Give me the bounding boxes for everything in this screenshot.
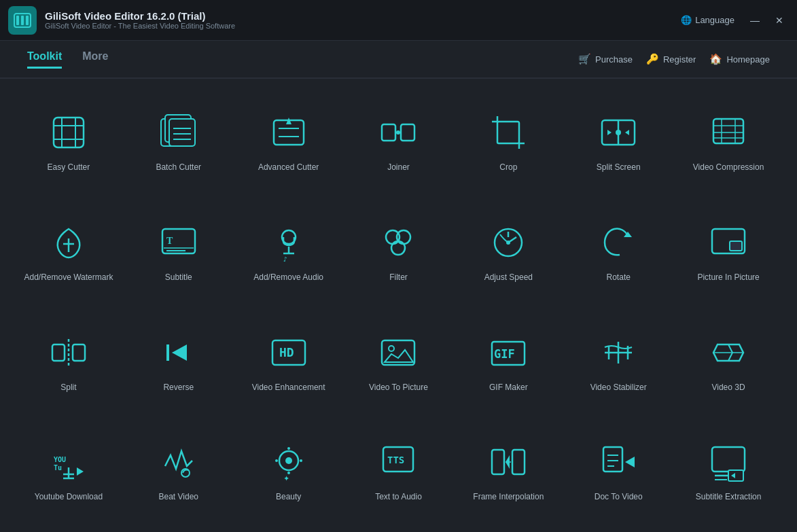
svg-rect-57	[730, 241, 742, 251]
adjust-speed-label: Adjust Speed	[484, 272, 533, 283]
video-stabilizer-label: Video Stabilizer	[590, 383, 647, 393]
advanced-cutter-label: Advanced Cutter	[258, 162, 319, 173]
tool-item-doc-to-video[interactable]: Doc To Video	[563, 415, 673, 525]
nav-tabs: Toolkit More	[27, 50, 108, 69]
tool-item-gif-maker[interactable]: GIF GIF Maker	[453, 306, 563, 416]
joiner-label: Joiner	[387, 162, 410, 173]
svg-point-83	[275, 459, 278, 462]
svg-point-30	[616, 130, 621, 135]
svg-rect-97	[712, 447, 745, 472]
doc-to-video-label: Doc To Video	[595, 492, 643, 503]
tool-item-split-screen[interactable]: Split Screen	[563, 86, 673, 196]
language-label: Language	[695, 15, 734, 25]
tool-item-adjust-speed[interactable]: Adjust Speed	[453, 196, 563, 306]
cart-icon: 🛒	[578, 53, 591, 65]
navbar: Toolkit More 🛒 Purchase 🔑 Register 🏠 Hom…	[0, 41, 797, 79]
svg-rect-3	[26, 16, 29, 25]
tool-item-beauty[interactable]: ✦ Beauty	[234, 415, 344, 525]
homepage-label: Homepage	[726, 54, 770, 65]
beauty-icon: ✦	[267, 440, 311, 484]
tool-item-crop[interactable]: Crop	[453, 86, 563, 196]
tab-toolkit[interactable]: Toolkit	[27, 50, 62, 69]
homepage-action[interactable]: 🏠 Homepage	[709, 53, 770, 65]
video-enhancement-label: Video Enhancement	[252, 383, 325, 393]
svg-rect-100	[728, 470, 743, 481]
tool-item-filter[interactable]: Filter	[344, 196, 454, 306]
advanced-cutter-icon	[267, 111, 311, 154]
tool-item-joiner[interactable]: Joiner	[344, 86, 454, 196]
rotate-label: Rotate	[607, 272, 631, 283]
reverse-label: Reverse	[163, 383, 194, 393]
add-remove-audio-icon: ♪	[267, 221, 311, 264]
text-to-audio-icon: TTS	[376, 440, 420, 484]
svg-text:♪: ♪	[283, 255, 287, 263]
svg-rect-4	[54, 118, 84, 147]
picture-in-picture-label: Picture In Picture	[697, 272, 759, 283]
svg-marker-32	[625, 130, 629, 135]
svg-rect-92	[603, 447, 622, 472]
tool-item-subtitle[interactable]: T Subtitle	[124, 196, 234, 306]
language-button[interactable]: 🌐 Language	[675, 12, 740, 28]
youtube-download-label: Youtube Download	[35, 492, 103, 503]
adjust-speed-icon	[486, 221, 530, 264]
svg-rect-1	[16, 16, 19, 25]
tool-item-reverse[interactable]: Reverse	[124, 306, 234, 416]
easy-cutter-icon	[47, 111, 90, 154]
tool-item-easy-cutter[interactable]: Easy Cutter	[14, 86, 124, 196]
svg-rect-23	[497, 122, 519, 143]
beat-video-label: Beat Video	[159, 492, 199, 503]
svg-text:YOU: YOU	[54, 456, 66, 463]
purchase-action[interactable]: 🛒 Purchase	[578, 53, 633, 65]
tool-item-text-to-audio[interactable]: TTS Text to Audio	[344, 415, 454, 525]
tab-more[interactable]: More	[82, 50, 108, 69]
split-icon	[47, 331, 90, 374]
titlebar-left: GiliSoft Video Editor 16.2.0 (Trial) Gil…	[8, 6, 235, 35]
svg-text:GIF: GIF	[494, 347, 515, 361]
titlebar: GiliSoft Video Editor 16.2.0 (Trial) Gil…	[0, 0, 797, 41]
tool-item-add-remove-audio[interactable]: ♪ Add/Remove Audio	[234, 196, 344, 306]
tool-item-subtitle-extraction[interactable]: Subtitle Extraction	[673, 415, 783, 525]
video-compression-icon	[707, 111, 750, 154]
minimize-button[interactable]: —	[745, 11, 764, 30]
tool-item-video-to-picture[interactable]: Video To Picture	[344, 306, 454, 416]
register-action[interactable]: 🔑 Register	[646, 53, 696, 65]
beat-video-icon	[157, 440, 200, 484]
tool-item-split[interactable]: Split	[14, 306, 124, 416]
tool-item-video-stabilizer[interactable]: Video Stabilizer	[563, 306, 673, 416]
tool-item-beat-video[interactable]: Beat Video	[124, 415, 234, 525]
tool-item-video-compression[interactable]: Video Compression	[673, 86, 783, 196]
home-icon: 🏠	[709, 53, 722, 65]
svg-point-22	[396, 130, 400, 135]
tool-item-batch-cutter[interactable]: Batch Cutter	[124, 86, 234, 196]
tool-item-rotate[interactable]: Rotate	[563, 196, 673, 306]
register-label: Register	[663, 54, 696, 65]
app-title: GiliSoft Video Editor 16.2.0 (Trial)	[45, 10, 235, 22]
tool-item-video-enhancement[interactable]: HD Video Enhancement	[234, 306, 344, 416]
gif-maker-icon: GIF	[486, 331, 530, 374]
svg-text:TTS: TTS	[387, 455, 404, 465]
frame-interpolation-icon	[486, 440, 530, 484]
tool-item-youtube-download[interactable]: YOU Tu Youtube Download	[14, 415, 124, 525]
rotate-icon	[597, 221, 640, 264]
tool-item-picture-in-picture[interactable]: Picture In Picture	[673, 196, 783, 306]
split-screen-icon	[597, 111, 640, 154]
svg-rect-11	[169, 119, 195, 146]
frame-interpolation-label: Frame Interpolation	[473, 492, 544, 503]
svg-marker-96	[625, 457, 635, 467]
add-remove-watermark-label: Add/Remove Watermark	[24, 272, 113, 283]
video-stabilizer-icon	[597, 331, 640, 374]
subtitle-icon: T	[157, 221, 200, 264]
video-3d-label: Video 3D	[711, 383, 745, 393]
svg-rect-59	[73, 344, 85, 361]
tool-item-advanced-cutter[interactable]: Advanced Cutter	[234, 86, 344, 196]
easy-cutter-label: Easy Cutter	[48, 162, 90, 173]
key-icon: 🔑	[646, 53, 659, 65]
tool-item-video-3d[interactable]: Video 3D	[673, 306, 783, 416]
tool-item-add-remove-watermark[interactable]: Add/Remove Watermark	[14, 196, 124, 306]
titlebar-right: 🌐 Language — ✕	[675, 11, 789, 30]
close-button[interactable]: ✕	[770, 11, 789, 30]
svg-text:HD: HD	[279, 345, 294, 359]
tool-item-frame-interpolation[interactable]: Frame Interpolation	[453, 415, 563, 525]
svg-marker-75	[77, 467, 84, 476]
picture-in-picture-icon	[707, 221, 750, 264]
